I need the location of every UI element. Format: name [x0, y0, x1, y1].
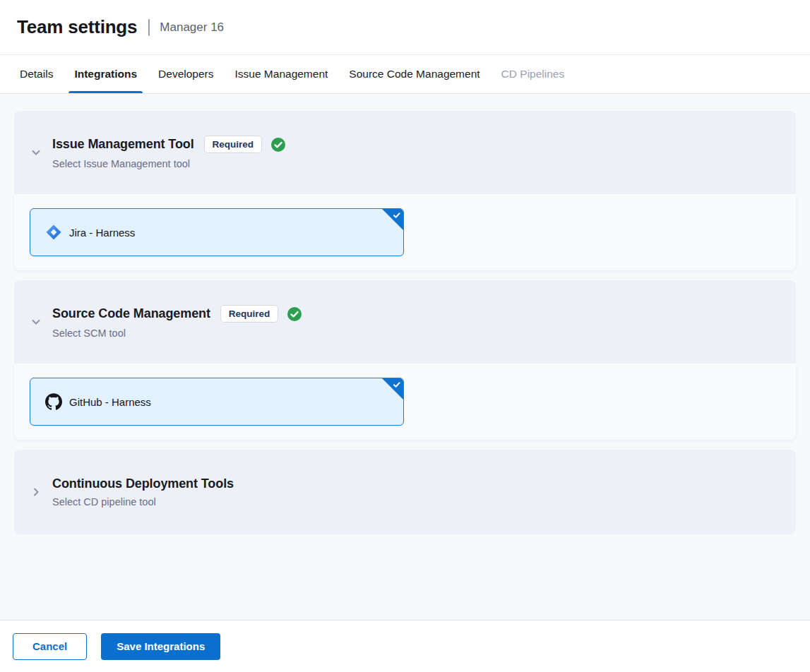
section-title: Issue Management Tool [52, 137, 194, 152]
tab-issue-management[interactable]: Issue Management [230, 55, 334, 93]
section-issue-management-tool: Issue Management Tool Required Select Is… [14, 111, 796, 270]
tab-details-label: Details [20, 68, 53, 80]
section-cd-header[interactable]: Continuous Deployment Tools Select CD pi… [14, 450, 796, 534]
chevron-down-icon [30, 146, 42, 159]
cancel-button[interactable]: Cancel [13, 633, 87, 660]
tab-issue-management-label: Issue Management [235, 68, 328, 80]
team-settings-page: Team settings Manager 16 Details Integra… [0, 0, 810, 672]
section-title: Source Code Management [52, 306, 210, 321]
required-badge: Required [220, 305, 279, 323]
section-title-row: Issue Management Tool Required [52, 136, 286, 153]
required-badge: Required [204, 136, 263, 153]
tab-cd-pipelines-label: CD Pipelines [501, 68, 565, 80]
tool-card-label: GitHub - Harness [69, 396, 151, 408]
selected-check-icon [381, 208, 404, 231]
chevron-right-icon [30, 486, 42, 498]
section-title: Continuous Deployment Tools [52, 476, 234, 491]
section-subtitle: Select Issue Management tool [52, 158, 286, 169]
active-tab-underline [69, 91, 143, 93]
settings-tab-bar: Details Integrations Developers Issue Ma… [0, 55, 810, 94]
team-context-label: Manager 16 [160, 20, 224, 35]
completed-check-icon [287, 306, 302, 322]
section-header-text: Issue Management Tool Required Select Is… [52, 136, 286, 169]
tab-developers-label: Developers [158, 68, 213, 80]
app-header: Team settings Manager 16 [0, 0, 810, 55]
integrations-content: Issue Management Tool Required Select Is… [0, 94, 810, 620]
save-integrations-button[interactable]: Save Integrations [101, 633, 220, 660]
tool-card-jira-harness[interactable]: Jira - Harness [30, 208, 404, 256]
section-issue-management-header[interactable]: Issue Management Tool Required Select Is… [14, 111, 796, 194]
footer-action-bar: Cancel Save Integrations [0, 620, 810, 672]
section-header-text: Source Code Management Required Select S… [52, 305, 302, 339]
tab-source-code-management[interactable]: Source Code Management [343, 55, 485, 93]
section-source-code-management: Source Code Management Required Select S… [14, 280, 796, 440]
chevron-down-icon [30, 316, 42, 328]
completed-check-icon [270, 137, 286, 152]
tab-details[interactable]: Details [14, 55, 59, 93]
section-scm-header[interactable]: Source Code Management Required Select S… [14, 280, 796, 364]
tab-integrations[interactable]: Integrations [69, 55, 143, 93]
tab-developers[interactable]: Developers [153, 55, 219, 93]
section-title-row: Continuous Deployment Tools [52, 476, 234, 491]
tool-card-github-harness[interactable]: GitHub - Harness [30, 378, 404, 426]
section-scm-body: GitHub - Harness [14, 364, 796, 440]
tab-integrations-label: Integrations [74, 68, 137, 80]
page-title: Team settings [17, 16, 137, 38]
section-continuous-deployment-tools: Continuous Deployment Tools Select CD pi… [14, 450, 796, 534]
tab-source-code-management-label: Source Code Management [349, 68, 480, 80]
section-header-text: Continuous Deployment Tools Select CD pi… [52, 476, 234, 508]
section-subtitle: Select CD pipeline tool [52, 496, 234, 508]
selected-check-icon [381, 378, 404, 400]
tool-card-label: Jira - Harness [69, 227, 135, 239]
title-separator [148, 19, 150, 36]
github-icon [45, 393, 62, 410]
section-issue-management-body: Jira - Harness [14, 194, 796, 270]
jira-icon [45, 224, 62, 241]
tab-cd-pipelines: CD Pipelines [496, 55, 571, 93]
section-title-row: Source Code Management Required [52, 305, 302, 323]
section-subtitle: Select SCM tool [52, 328, 302, 339]
